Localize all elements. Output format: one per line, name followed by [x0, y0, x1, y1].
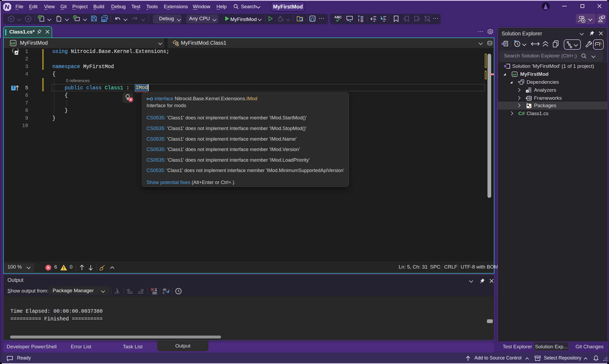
svg-text:ABC: ABC: [334, 15, 342, 19]
svg-text:c#: c#: [11, 41, 15, 45]
svg-text:c: c: [163, 291, 164, 295]
svg-text:c#: c#: [512, 73, 516, 76]
